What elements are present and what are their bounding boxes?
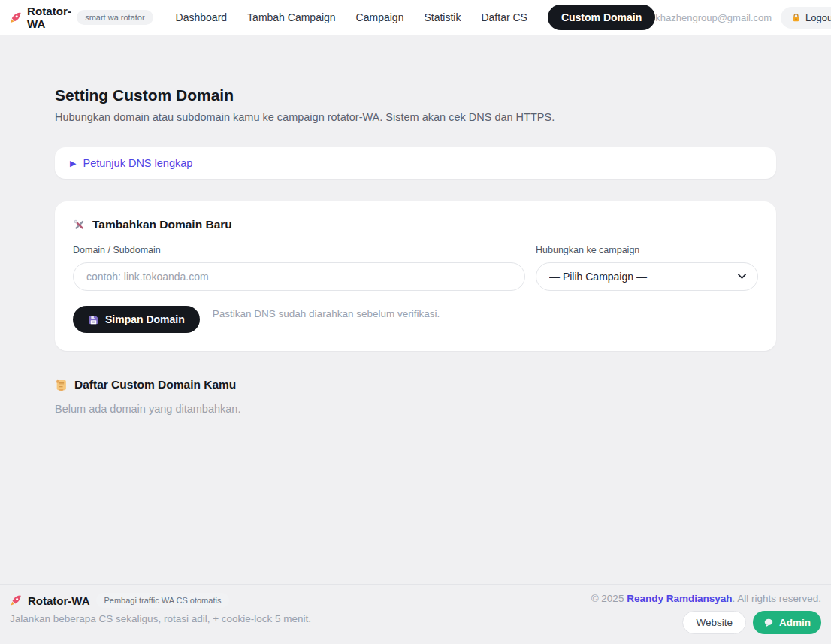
dns-instructions-toggle[interactable]: ▶ Petunjuk DNS lengkap <box>70 157 761 169</box>
speech-balloon-icon <box>763 618 774 628</box>
copyright-text: © 2025 Reandy Ramdiansyah. All rights re… <box>591 593 821 604</box>
brand-logo[interactable]: Rotator-WA smart wa rotator <box>9 5 153 30</box>
domain-list-title: Daftar Custom Domain Kamu <box>55 378 776 392</box>
domain-list-title-text: Daftar Custom Domain Kamu <box>74 378 236 392</box>
top-bar: Rotator-WA smart wa rotator Dashboard Ta… <box>0 0 831 35</box>
copyright-suffix: . All rights reserved. <box>732 593 821 604</box>
domain-list-empty-text: Belum ada domain yang ditambahkan. <box>55 403 776 415</box>
dns-instructions-label: Petunjuk DNS lengkap <box>83 157 192 169</box>
footer-brand-name: Rotator-WA <box>28 594 90 607</box>
logout-button[interactable]: Logout <box>781 7 831 29</box>
domain-input[interactable] <box>73 262 525 291</box>
save-domain-label: Simpan Domain <box>105 313 185 325</box>
add-domain-title: Tambahkan Domain Baru <box>73 218 758 231</box>
footer: Rotator-WA Pembagi traffic WA CS otomati… <box>0 584 831 644</box>
hammer-wrench-icon <box>73 219 86 231</box>
rocket-icon <box>9 11 22 24</box>
campaign-field-group: Hubungkan ke campaign — Pilih Campaign — <box>536 245 758 291</box>
nav-daftar-cs[interactable]: Daftar CS <box>481 11 527 23</box>
admin-button[interactable]: Admin <box>753 611 821 634</box>
website-button[interactable]: Website <box>682 611 746 634</box>
footer-brand-badge: Pembagi traffic WA CS otomatis <box>96 593 230 608</box>
nav-statistik[interactable]: Statistik <box>424 11 461 23</box>
footer-tagline: Jalankan beberapa CS sekaligus, rotasi a… <box>10 613 311 624</box>
brand-badge: smart wa rotator <box>77 10 153 25</box>
nav-campaign[interactable]: Campaign <box>356 11 404 23</box>
copyright-author-link[interactable]: Reandy Ramdiansyah <box>627 593 732 604</box>
domain-field-label: Domain / Subdomain <box>73 245 525 255</box>
lock-icon <box>791 13 801 23</box>
nav-dashboard[interactable]: Dashboard <box>176 11 228 23</box>
main-nav: Dashboard Tambah Campaign Campaign Stati… <box>176 5 656 30</box>
footer-left: Rotator-WA Pembagi traffic WA CS otomati… <box>10 593 311 624</box>
admin-label: Admin <box>779 617 811 628</box>
floppy-disk-icon <box>88 314 99 325</box>
scroll-icon <box>55 379 68 392</box>
save-domain-button[interactable]: Simpan Domain <box>73 306 200 333</box>
domain-field-group: Domain / Subdomain <box>73 245 525 291</box>
nav-custom-domain[interactable]: Custom Domain <box>548 5 655 30</box>
add-domain-title-text: Tambahkan Domain Baru <box>92 218 232 231</box>
topbar-right: khazhengroup@gmail.com Logout <box>655 7 831 29</box>
add-domain-card: Tambahkan Domain Baru Domain / Subdomain… <box>55 201 776 351</box>
form-actions: Simpan Domain Pastikan DNS sudah diarahk… <box>73 306 758 333</box>
triangle-right-icon: ▶ <box>70 159 76 168</box>
add-domain-form: Domain / Subdomain Hubungkan ke campaign… <box>73 245 758 291</box>
dns-instructions-card: ▶ Petunjuk DNS lengkap <box>55 147 776 179</box>
brand-name: Rotator-WA <box>27 5 71 30</box>
campaign-select[interactable]: — Pilih Campaign — <box>536 262 758 291</box>
footer-right: © 2025 Reandy Ramdiansyah. All rights re… <box>591 593 821 634</box>
page-subtitle: Hubungkan domain atau subdomain kamu ke … <box>55 111 776 123</box>
rocket-icon <box>10 594 22 606</box>
user-email: khazhengroup@gmail.com <box>655 12 772 23</box>
page-title: Setting Custom Domain <box>55 86 776 104</box>
dns-hint-text: Pastikan DNS sudah diarahkan sebelum ver… <box>213 308 440 319</box>
campaign-field-label: Hubungkan ke campaign <box>536 245 758 255</box>
nav-tambah-campaign[interactable]: Tambah Campaign <box>247 11 336 23</box>
copyright-prefix: © 2025 <box>591 593 627 604</box>
logout-label: Logout <box>805 12 831 23</box>
main-content: Setting Custom Domain Hubungkan domain a… <box>0 35 831 584</box>
